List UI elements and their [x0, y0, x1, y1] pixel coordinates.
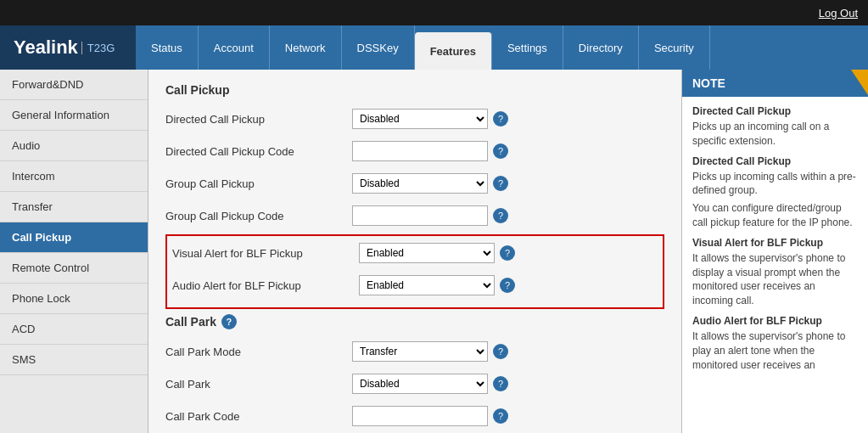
group-call-pickup-row: Group Call Pickup Disabled Enabled ?: [165, 170, 664, 197]
call-park-mode-row: Call Park Mode Transfer Normal ?: [165, 338, 664, 365]
sidebar-item-acd[interactable]: ACD: [0, 314, 148, 345]
note-entry-1-title: Directed Call Pickup: [692, 155, 858, 167]
note-entry-3-title: Visual Alert for BLF Pickup: [692, 237, 858, 249]
call-park-select[interactable]: Disabled Enabled: [352, 374, 488, 394]
nav-tab-directory[interactable]: Directory: [563, 25, 639, 70]
visual-alert-blf-select[interactable]: Disabled Enabled: [359, 243, 495, 263]
call-park-code-control: ?: [352, 406, 508, 426]
sidebar-item-audio[interactable]: Audio: [0, 131, 148, 161]
directed-call-pickup-code-label: Directed Call Pickup Code: [165, 145, 352, 158]
sidebar-item-remote-control[interactable]: Remote Control: [0, 253, 148, 284]
audio-alert-blf-label: Audio Alert for BLF Pickup: [172, 279, 359, 292]
call-park-title: Call Park ?: [165, 314, 664, 329]
note-entry-4-title: Audio Alert for BLF Pickup: [692, 315, 858, 327]
call-park-mode-label: Call Park Mode: [165, 346, 352, 358]
nav-tab-dsskey[interactable]: DSSKey: [342, 25, 415, 70]
note-entry-1-text: Picks up incoming calls within a pre-def…: [692, 170, 858, 199]
group-call-pickup-help-icon[interactable]: ?: [493, 176, 508, 191]
sidebar-item-transfer[interactable]: Transfer: [0, 192, 148, 222]
note-body: Directed Call Pickup Picks up an incomin…: [682, 97, 868, 433]
directed-call-pickup-code-help-icon[interactable]: ?: [493, 143, 508, 159]
directed-call-pickup-label: Directed Call Pickup: [165, 113, 352, 126]
nav-tab-settings[interactable]: Settings: [492, 25, 563, 70]
sidebar-item-forward-dnd[interactable]: Forward&DND: [0, 70, 148, 100]
sidebar-item-phone-lock[interactable]: Phone Lock: [0, 284, 148, 314]
call-park-control: Disabled Enabled ?: [352, 374, 508, 394]
nav-tab-status[interactable]: Status: [136, 25, 199, 70]
topbar: Yealink T23G Status Account Network DSSK…: [0, 25, 868, 70]
visual-alert-blf-control: Disabled Enabled ?: [359, 243, 515, 263]
note-header: NOTE: [682, 70, 868, 97]
blf-highlighted-section: Visual Alert for BLF Pickup Disabled Ena…: [165, 234, 664, 309]
logo-area: Yealink T23G: [0, 25, 136, 70]
visual-alert-blf-help-icon[interactable]: ?: [500, 245, 515, 261]
call-pickup-title: Call Pickup: [165, 83, 664, 97]
sidebar: Forward&DND General Information Audio In…: [0, 70, 148, 433]
visual-alert-blf-row: Visual Alert for BLF Pickup Disabled Ena…: [172, 239, 658, 267]
sidebar-item-sms[interactable]: SMS: [0, 345, 148, 375]
call-park-code-input[interactable]: [352, 406, 488, 426]
call-park-code-help-icon[interactable]: ?: [493, 408, 508, 424]
audio-alert-blf-select[interactable]: Disabled Enabled: [359, 275, 495, 295]
audio-alert-blf-control: Disabled Enabled ?: [359, 275, 515, 295]
note-entry-2-text: You can configure directed/group call pi…: [692, 201, 858, 230]
call-park-code-row: Call Park Code ?: [165, 402, 664, 430]
group-call-pickup-code-input[interactable]: [352, 205, 488, 226]
directed-call-pickup-control: Disabled Enabled ?: [352, 109, 508, 129]
call-park-mode-control: Transfer Normal ?: [352, 341, 508, 362]
visual-alert-blf-label: Visual Alert for BLF Pickup: [172, 247, 359, 260]
call-park-mode-select[interactable]: Transfer Normal: [352, 341, 488, 362]
nav-tab-security[interactable]: Security: [639, 25, 710, 70]
call-park-code-label: Call Park Code: [165, 410, 352, 423]
directed-call-pickup-row: Directed Call Pickup Disabled Enabled ?: [165, 105, 664, 132]
directed-call-pickup-select[interactable]: Disabled Enabled: [352, 109, 488, 129]
note-title-text: NOTE: [692, 76, 725, 90]
call-park-help-icon[interactable]: ?: [493, 376, 508, 391]
call-park-title-help-icon[interactable]: ?: [221, 314, 237, 329]
group-call-pickup-label: Group Call Pickup: [165, 177, 352, 190]
note-entry-0-title: Directed Call Pickup: [692, 105, 858, 117]
directed-call-pickup-help-icon[interactable]: ?: [493, 111, 508, 127]
group-call-pickup-code-help-icon[interactable]: ?: [493, 208, 508, 223]
sidebar-item-call-pickup[interactable]: Call Pickup: [0, 222, 148, 253]
directed-call-pickup-code-control: ?: [352, 141, 508, 161]
group-call-pickup-control: Disabled Enabled ?: [352, 173, 508, 194]
top-header: Log Out: [0, 0, 868, 25]
group-call-pickup-code-control: ?: [352, 205, 508, 226]
note-entry-0-text: Picks up an incoming call on a specific …: [692, 120, 858, 149]
sidebar-item-intercom[interactable]: Intercom: [0, 161, 148, 192]
note-panel: NOTE Directed Call Pickup Picks up an in…: [681, 70, 868, 433]
call-park-mode-help-icon[interactable]: ?: [493, 344, 508, 359]
main-nav: Status Account Network DSSKey Features S…: [136, 25, 710, 70]
group-call-pickup-select[interactable]: Disabled Enabled: [352, 173, 488, 194]
logout-button[interactable]: Log Out: [819, 7, 858, 20]
call-park-row: Call Park Disabled Enabled ?: [165, 370, 664, 397]
nav-tab-features[interactable]: Features: [415, 32, 492, 70]
nav-tab-network[interactable]: Network: [270, 25, 342, 70]
note-header-wrap: NOTE: [682, 70, 868, 97]
logo-brand: Yealink: [14, 37, 78, 59]
content-area: Call Pickup Directed Call Pickup Disable…: [148, 70, 681, 433]
directed-call-pickup-code-input[interactable]: [352, 141, 488, 161]
note-triangle-decoration: [851, 70, 868, 95]
group-call-pickup-code-row: Group Call Pickup Code ?: [165, 202, 664, 229]
directed-call-pickup-code-row: Directed Call Pickup Code ?: [165, 138, 664, 165]
call-park-label: Call Park: [165, 378, 352, 391]
logo-model: T23G: [81, 42, 115, 54]
sidebar-item-general-information[interactable]: General Information: [0, 100, 148, 131]
note-entry-4-text: It allows the supervisor's phone to play…: [692, 329, 858, 372]
audio-alert-blf-help-icon[interactable]: ?: [500, 278, 515, 293]
group-call-pickup-code-label: Group Call Pickup Code: [165, 210, 352, 222]
note-entry-3-text: It allows the supervisor's phone to disp…: [692, 251, 858, 308]
audio-alert-blf-row: Audio Alert for BLF Pickup Disabled Enab…: [172, 272, 658, 299]
nav-tab-account[interactable]: Account: [199, 25, 270, 70]
main-layout: Forward&DND General Information Audio In…: [0, 70, 868, 433]
